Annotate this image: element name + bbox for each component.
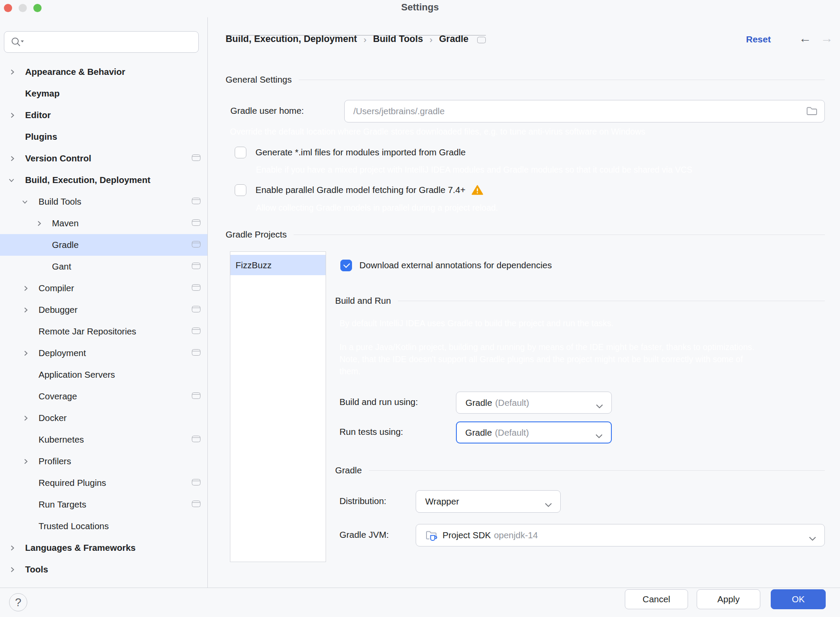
section-title: Gradle Projects <box>226 229 287 240</box>
section-title: Gradle <box>335 465 362 476</box>
ok-button[interactable]: OK <box>771 589 826 609</box>
sidebar-item-label: Languages & Frameworks <box>25 543 136 553</box>
gradle-projects-list: FizzBuzz <box>230 251 326 562</box>
sidebar-item-profilers[interactable]: Profilers <box>0 450 207 472</box>
sidebar-item-appearance-behavior[interactable]: Appearance & Behavior <box>0 61 207 83</box>
project-list-item[interactable]: FizzBuzz <box>230 255 326 275</box>
warning-icon <box>472 185 483 195</box>
sidebar-item-debugger[interactable]: Debugger <box>0 299 207 321</box>
window-icon <box>192 501 200 507</box>
settings-search-box[interactable] <box>4 31 199 53</box>
section-rule <box>299 80 825 80</box>
section-rule <box>398 301 825 301</box>
chevron-right-icon[interactable] <box>23 286 39 291</box>
sidebar-item-label: Plugins <box>25 132 57 142</box>
chevron-down-icon <box>596 401 603 411</box>
sidebar-item-label: Required Plugins <box>39 478 106 488</box>
generate-iml-hint: Enable if you have a mixed project with … <box>256 164 692 176</box>
gradle-user-home-input[interactable] <box>345 106 806 116</box>
window-title: Settings <box>0 2 840 13</box>
gradle-user-home-field[interactable] <box>344 100 825 122</box>
parallel-fetch-checkbox[interactable] <box>235 184 246 196</box>
chevron-down-icon[interactable] <box>9 177 24 183</box>
apply-button[interactable]: Apply <box>697 589 760 609</box>
sidebar-item-build-execution-deployment[interactable]: Build, Execution, Deployment <box>0 169 207 191</box>
sidebar-item-gradle[interactable]: Gradle <box>0 234 207 256</box>
distribution-dropdown[interactable]: Wrapper <box>416 490 561 513</box>
chevron-right-icon[interactable] <box>10 567 25 572</box>
dropdown-value-suffix: (Default) <box>495 398 530 408</box>
window-icon <box>477 37 486 43</box>
window-icon <box>192 284 200 291</box>
build-run-using-label: Build and run using: <box>339 397 418 407</box>
parallel-fetch-hint: Allow collecting Gradle models in parall… <box>256 202 498 214</box>
window-icon <box>192 241 200 247</box>
build-run-using-dropdown[interactable]: Gradle (Default) <box>456 392 612 414</box>
chevron-right-icon[interactable] <box>10 156 25 161</box>
chevron-down-icon <box>595 431 603 441</box>
window-icon <box>192 154 200 161</box>
sidebar-item-label: Debugger <box>39 305 78 315</box>
sidebar-item-languages-frameworks[interactable]: Languages & Frameworks <box>0 537 207 559</box>
sidebar-item-docker[interactable]: Docker <box>0 407 207 429</box>
window-icon <box>192 436 200 442</box>
chevron-right-icon[interactable] <box>10 112 25 118</box>
sidebar-item-kubernetes[interactable]: Kubernetes <box>0 429 207 450</box>
gradle-jvm-dropdown[interactable]: Project SDK openjdk-14 <box>416 524 825 546</box>
chevron-down-icon[interactable] <box>22 199 38 205</box>
download-annotations-checkbox[interactable] <box>340 260 352 271</box>
jdk-icon <box>425 529 438 542</box>
chevron-right-icon[interactable] <box>10 545 25 551</box>
sidebar-item-coverage[interactable]: Coverage <box>0 386 207 407</box>
help-button[interactable]: ? <box>9 593 27 611</box>
sidebar-item-remote-jar-repositories[interactable]: Remote Jar Repositories <box>0 321 207 342</box>
chevron-right-icon[interactable] <box>10 69 25 75</box>
sidebar-item-application-servers[interactable]: Application Servers <box>0 364 207 386</box>
search-icon[interactable] <box>10 36 24 48</box>
chevron-right-icon[interactable] <box>23 415 39 421</box>
window-icon <box>192 263 200 269</box>
section-title: General Settings <box>226 74 292 85</box>
sidebar-item-compiler[interactable]: Compiler <box>0 277 207 299</box>
window-icon <box>192 479 200 485</box>
sidebar-item-keymap[interactable]: Keymap <box>0 83 207 104</box>
sidebar-item-deployment[interactable]: Deployment <box>0 342 207 364</box>
sidebar-item-label: Compiler <box>39 283 74 293</box>
window-icon <box>192 219 200 226</box>
chevron-right-icon[interactable] <box>23 307 39 313</box>
sidebar-item-maven[interactable]: Maven <box>0 212 207 234</box>
back-arrow-icon[interactable]: ← <box>799 31 811 45</box>
gradle-jvm-label: Gradle JVM: <box>339 530 389 540</box>
search-input[interactable] <box>26 37 198 47</box>
sidebar-item-tools[interactable]: Tools <box>0 559 207 580</box>
sidebar-item-editor[interactable]: Editor <box>0 104 207 126</box>
sidebar-item-label: Tools <box>25 564 48 575</box>
dropdown-value: Gradle <box>465 427 492 438</box>
window-icon <box>192 392 200 399</box>
dropdown-value: Wrapper <box>425 496 459 507</box>
chevron-right-icon[interactable] <box>23 350 39 356</box>
sidebar-item-label: Profilers <box>39 456 71 466</box>
gradle-user-home-hint: Override the default location where Grad… <box>230 125 645 138</box>
gradle-section-header: Gradle <box>335 465 825 476</box>
chevron-right-icon[interactable] <box>23 459 39 464</box>
run-tests-using-dropdown[interactable]: Gradle (Default) <box>456 421 612 443</box>
sidebar-item-gant[interactable]: Gant <box>0 256 207 277</box>
sidebar-item-build-tools[interactable]: Build Tools <box>0 191 207 212</box>
sidebar-item-version-control[interactable]: Version Control <box>0 148 207 169</box>
reset-link[interactable]: Reset <box>746 34 771 45</box>
forward-arrow-icon[interactable]: → <box>821 31 833 45</box>
cancel-button[interactable]: Cancel <box>625 589 688 609</box>
sidebar-item-trusted-locations[interactable]: Trusted Locations <box>0 515 207 537</box>
sidebar-item-run-targets[interactable]: Run Targets <box>0 494 207 515</box>
chevron-down-icon <box>545 499 552 510</box>
window-icon <box>192 349 200 356</box>
sidebar-item-label: Docker <box>39 413 67 423</box>
sidebar-item-plugins[interactable]: Plugins <box>0 126 207 148</box>
settings-tree: Appearance & BehaviorKeymapEditorPlugins… <box>0 61 207 580</box>
sidebar-item-required-plugins[interactable]: Required Plugins <box>0 472 207 494</box>
browse-folder-icon[interactable] <box>806 106 817 116</box>
chevron-right-icon[interactable] <box>36 221 52 226</box>
gradle-projects-section-header: Gradle Projects <box>226 229 825 240</box>
generate-iml-checkbox[interactable] <box>235 147 246 158</box>
